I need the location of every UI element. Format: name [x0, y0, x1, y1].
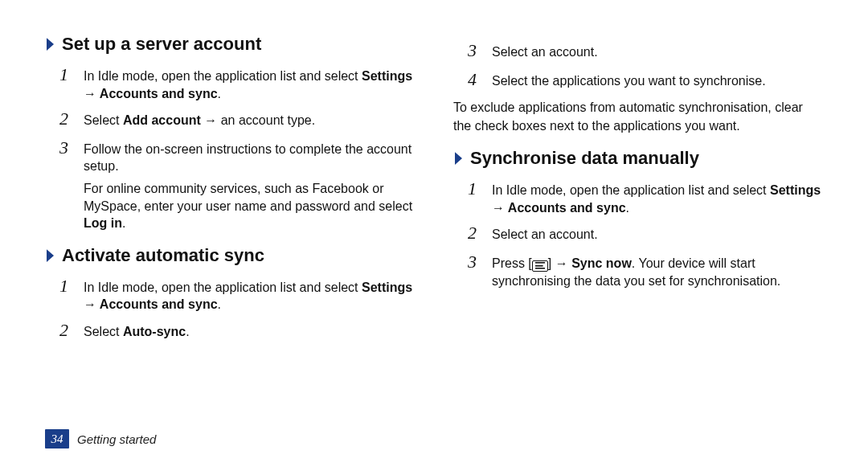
step-item: 3 Follow the on-screen instructions to c…: [59, 136, 415, 232]
step-item: 2 Select Auto-sync.: [59, 318, 415, 342]
section-title: Synchronise data manually: [470, 148, 699, 169]
section-header-sync-manually: Synchronise data manually: [453, 148, 823, 169]
step-number: 4: [468, 68, 482, 92]
step-number: 2: [59, 318, 74, 342]
step-list-auto-sync-continued: 3 Select an account. 4 Select the applic…: [453, 39, 823, 91]
step-list-setup-server: 1 In Idle mode, open the application lis…: [45, 63, 415, 232]
step-number: 2: [468, 221, 482, 245]
note-text: To exclude applications from automatic s…: [453, 99, 823, 135]
chevron-right-icon: [45, 37, 55, 51]
step-number: 2: [59, 107, 74, 131]
step-list-sync-manually: 1 In Idle mode, open the application lis…: [453, 177, 823, 289]
step-body: In Idle mode, open the application list …: [84, 68, 415, 102]
section-title: Activate automatic sync: [62, 245, 264, 266]
two-column-layout: Set up a server account 1 In Idle mode, …: [45, 34, 823, 347]
step-number: 3: [468, 39, 482, 63]
step-list-auto-sync: 1 In Idle mode, open the application lis…: [45, 274, 415, 342]
step-body: Select Add account → an account type.: [84, 112, 415, 129]
step-body: Select Auto-sync.: [84, 323, 415, 341]
step-body: Select an account.: [492, 226, 823, 244]
step-body: In Idle mode, open the application list …: [84, 279, 415, 313]
page-footer: 34 Getting started: [45, 429, 156, 448]
page-number-badge: 34: [45, 429, 69, 448]
step-item: 4 Select the applications you want to sy…: [468, 68, 823, 92]
section-title: Set up a server account: [62, 34, 261, 55]
step-body: In Idle mode, open the application list …: [492, 182, 823, 216]
step-number: 1: [59, 274, 74, 298]
step-item: 1 In Idle mode, open the application lis…: [59, 274, 415, 313]
step-item: 1 In Idle mode, open the application lis…: [59, 63, 415, 102]
right-column: 3 Select an account. 4 Select the applic…: [453, 34, 823, 347]
step-item: 2 Select Add account → an account type.: [59, 107, 415, 131]
step-body: Press [] → Sync now. Your device will st…: [492, 255, 823, 289]
chevron-right-icon: [453, 151, 464, 166]
step-number: 1: [468, 177, 482, 201]
step-item: 3 Press [] → Sync now. Your device will …: [468, 250, 823, 289]
footer-section-name: Getting started: [77, 432, 156, 446]
step-body: Follow the on-screen instructions to com…: [84, 141, 415, 232]
step-number: 3: [59, 136, 74, 160]
section-header-setup-server: Set up a server account: [45, 34, 415, 55]
section-header-auto-sync: Activate automatic sync: [45, 245, 415, 266]
step-number: 1: [59, 63, 74, 87]
step-item: 1 In Idle mode, open the application lis…: [468, 177, 823, 216]
left-column: Set up a server account 1 In Idle mode, …: [45, 34, 415, 347]
step-body: Select an account.: [492, 43, 823, 61]
step-number: 3: [468, 250, 482, 274]
step-item: 2 Select an account.: [468, 221, 823, 245]
menu-key-icon: [532, 260, 548, 272]
step-body: Select the applications you want to sync…: [492, 72, 823, 90]
manual-page: Set up a server account 1 In Idle mode, …: [0, 0, 868, 471]
step-item: 3 Select an account.: [468, 39, 823, 63]
chevron-right-icon: [45, 248, 55, 263]
step-subtext: For online community services, such as F…: [84, 180, 415, 232]
